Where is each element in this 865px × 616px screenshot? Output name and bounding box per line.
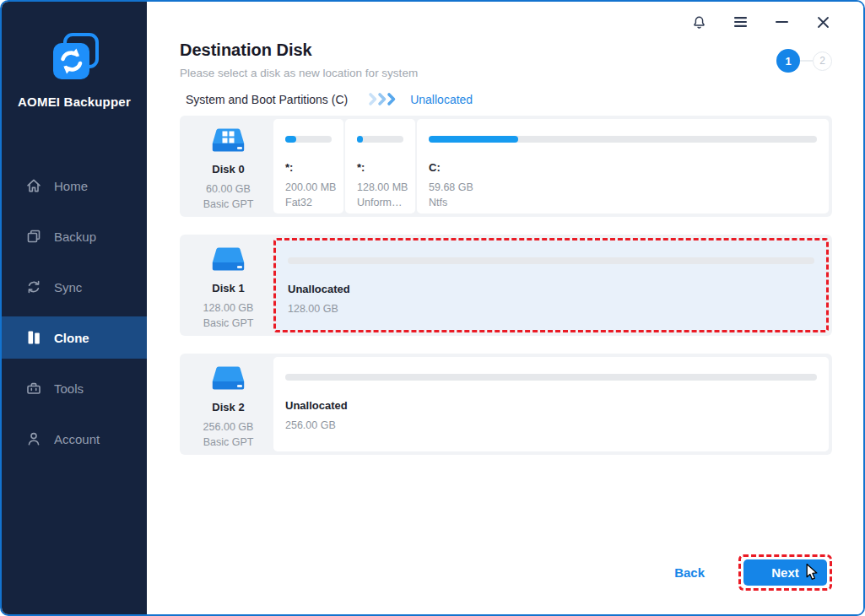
tools-icon [25, 380, 42, 397]
partition-card[interactable]: *: 128.00 MB Unformat... [345, 119, 415, 213]
breadcrumb: System and Boot Partitions (C) Unallocat… [180, 92, 832, 106]
close-button[interactable] [814, 13, 832, 31]
sidebar-item-home[interactable]: Home [2, 165, 147, 207]
system-disk-icon [209, 125, 247, 159]
disk-icon [209, 244, 247, 278]
account-icon [25, 430, 42, 447]
wizard-footer: Back Next [180, 554, 832, 591]
app-window: AOMEI Backupper Home Backup Sync Clone T… [0, 0, 865, 616]
partition-label: Unallocated [288, 283, 814, 295]
clone-icon [25, 329, 42, 346]
minimize-button[interactable] [772, 13, 791, 31]
partition-card[interactable]: *: 200.00 MB Fat32 [273, 119, 343, 213]
disk-name: Disk 1 [212, 282, 244, 294]
disk-list: Disk 0 60.00 GB Basic GPT *: 200.00 MB F… [180, 116, 832, 455]
step-indicator: 12 [776, 49, 832, 73]
disk-type: Basic GPT [203, 436, 254, 448]
disk-partitions-selected: Unallocated 128.00 GB [273, 238, 829, 332]
disk-row: Disk 2 256.00 GB Basic GPT Unallocated 2… [180, 354, 832, 455]
partition-filesystem: Fat32 [285, 197, 332, 208]
usage-bar [288, 257, 814, 264]
disk-info[interactable]: Disk 1 128.00 GB Basic GPT [183, 238, 273, 332]
disk-size: 60.00 GB [206, 183, 251, 195]
page-subtitle: Please select a disk as new location for… [180, 67, 832, 79]
disk-type: Basic GPT [203, 317, 254, 329]
minimize-icon [776, 20, 788, 24]
close-icon [817, 16, 830, 29]
usage-bar [429, 136, 817, 143]
partition-card[interactable]: C: 59.68 GB Ntfs [417, 119, 829, 213]
back-button[interactable]: Back [674, 565, 705, 580]
disk-name: Disk 0 [212, 163, 244, 176]
partition-card[interactable]: Unallocated 256.00 GB [273, 357, 829, 451]
sync-icon [25, 278, 42, 295]
sidebar-item-account[interactable]: Account [2, 418, 147, 460]
sync-logo-icon [48, 32, 100, 86]
partition-label: C: [429, 161, 817, 174]
triple-chevron-icon [368, 92, 398, 106]
partition-label: *: [285, 161, 332, 174]
partition-filesystem: Unformat... [357, 197, 403, 208]
disk-icon [209, 363, 247, 397]
menu-button[interactable] [731, 13, 749, 31]
disk-info[interactable]: Disk 2 256.00 GB Basic GPT [183, 357, 273, 451]
disk-row: Disk 0 60.00 GB Basic GPT *: 200.00 MB F… [180, 116, 832, 217]
partition-size: 128.00 MB [357, 181, 403, 193]
partition-filesystem: Ntfs [429, 197, 817, 208]
hamburger-icon [733, 16, 748, 28]
partition-size: 128.00 GB [288, 303, 814, 315]
sidebar-item-backup[interactable]: Backup [2, 215, 147, 257]
partition-card[interactable]: Unallocated 128.00 GB [276, 240, 826, 330]
backup-icon [25, 228, 42, 245]
app-logo: AOMEI Backupper [2, 2, 147, 109]
breadcrumb-target: Unallocated [410, 93, 473, 106]
notifications-button[interactable] [689, 13, 708, 31]
step-1: 1 [776, 49, 800, 73]
partition-size: 256.00 GB [285, 419, 817, 431]
sidebar: AOMEI Backupper Home Backup Sync Clone T… [2, 2, 147, 614]
step-2: 2 [813, 51, 832, 71]
sidebar-item-clone[interactable]: Clone [2, 316, 147, 359]
home-icon [25, 177, 42, 194]
breadcrumb-source: System and Boot Partitions (C) [186, 93, 348, 106]
app-name: AOMEI Backupper [2, 95, 147, 109]
main-panel: Destination Disk Please select a disk as… [147, 2, 863, 614]
sidebar-item-sync[interactable]: Sync [2, 266, 147, 308]
disk-type: Basic GPT [203, 198, 254, 210]
partition-label: Unallocated [285, 399, 817, 412]
usage-bar [285, 374, 817, 381]
usage-bar [285, 136, 332, 143]
disk-size: 128.00 GB [203, 302, 254, 314]
partition-size: 200.00 MB [285, 181, 332, 193]
disk-partitions: *: 200.00 MB Fat32 *: 128.00 MB Unformat… [273, 119, 829, 213]
page-title: Destination Disk [180, 41, 832, 60]
sidebar-nav: Home Backup Sync Clone Tools Account [2, 165, 147, 468]
sidebar-item-tools[interactable]: Tools [2, 367, 147, 409]
disk-name: Disk 2 [212, 401, 244, 413]
disk-row: Disk 1 128.00 GB Basic GPT Unallocated 1… [180, 235, 832, 336]
disk-info[interactable]: Disk 0 60.00 GB Basic GPT [183, 119, 273, 213]
usage-bar [357, 136, 403, 143]
step-connector [800, 60, 813, 62]
disk-size: 256.00 GB [203, 421, 254, 433]
disk-partitions: Unallocated 256.00 GB [273, 357, 829, 451]
bell-icon [691, 14, 707, 30]
titlebar [180, 2, 832, 37]
partition-size: 59.68 GB [429, 181, 817, 193]
next-button[interactable]: Next [743, 559, 827, 586]
partition-label: *: [357, 161, 403, 174]
next-button-highlight: Next [738, 554, 832, 591]
